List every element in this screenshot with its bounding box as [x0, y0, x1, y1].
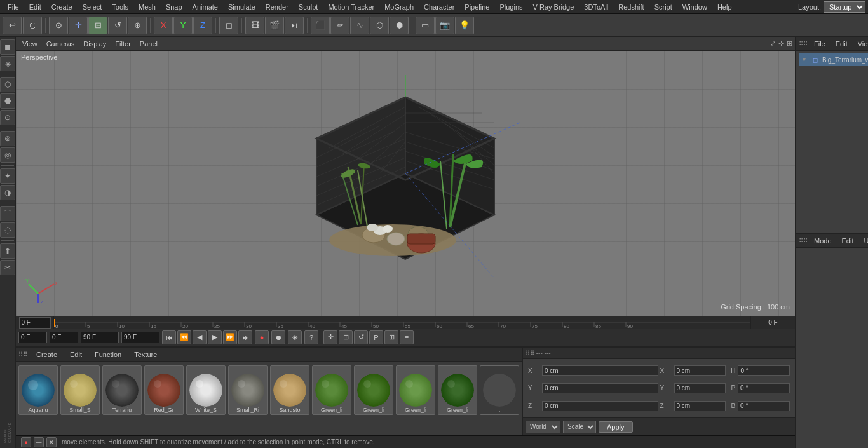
object-mode-button[interactable]: ◻: [219, 17, 238, 34]
model-mode-button[interactable]: ◼: [0, 39, 15, 55]
viewport-panel-menu[interactable]: Panel: [136, 39, 161, 49]
auto-record-button[interactable]: ⏺: [271, 330, 285, 344]
z-size-input[interactable]: [674, 401, 726, 411]
scale-button[interactable]: ⊞: [88, 17, 107, 34]
start-frame-input2[interactable]: [50, 332, 78, 343]
undo-button[interactable]: ↩: [3, 17, 22, 34]
material-small-sand[interactable]: Small_S: [60, 365, 100, 415]
menu-animate[interactable]: Animate: [187, 2, 223, 12]
start-frame-input[interactable]: [18, 332, 47, 343]
snap-button[interactable]: ✦: [0, 168, 15, 184]
edge-mode-button[interactable]: ⬣: [0, 93, 15, 109]
polygon-mode-button[interactable]: ⬡: [0, 77, 15, 92]
grid-mode-btn[interactable]: ⊞: [384, 330, 398, 344]
material-terrarium[interactable]: Terrariu: [102, 365, 142, 415]
scale-mode-btn[interactable]: ⊞: [339, 330, 353, 344]
apply-button[interactable]: Apply: [599, 421, 633, 433]
b-input[interactable]: [738, 401, 790, 411]
warp-button[interactable]: ◑: [0, 185, 15, 200]
menu-mograph[interactable]: MoGraph: [379, 2, 419, 12]
x-position-input[interactable]: [542, 365, 658, 376]
material-green4[interactable]: Green_li: [438, 365, 477, 415]
axis-z-button[interactable]: Z: [193, 17, 212, 34]
mat-create-menu[interactable]: Create: [32, 350, 61, 360]
mesh-mode-button[interactable]: ◈: [0, 56, 15, 71]
rotate-mode-btn[interactable]: ↺: [354, 330, 368, 344]
nurbs-button[interactable]: ⬡: [370, 17, 389, 34]
mat-function-menu[interactable]: Function: [91, 350, 125, 360]
paint-button[interactable]: ◎: [0, 147, 15, 163]
attr-edit-menu[interactable]: Edit: [838, 236, 858, 246]
end-frame-input1[interactable]: [81, 332, 119, 343]
menu-mesh[interactable]: Mesh: [133, 2, 161, 12]
twist-button[interactable]: ◌: [0, 222, 15, 238]
end-frame-input2[interactable]: [121, 332, 159, 343]
render-viewport-button[interactable]: ⏯: [285, 17, 304, 34]
menu-window[interactable]: Window: [677, 2, 712, 12]
world-select[interactable]: World Local Object: [526, 421, 560, 433]
light-button[interactable]: 💡: [455, 17, 474, 34]
menu-simulate[interactable]: Simulate: [223, 2, 261, 12]
spline-button[interactable]: ∿: [350, 17, 369, 34]
object-row-main[interactable]: ▼ ◻ Big_Terrarium_with_Plants_and_Green_…: [799, 53, 868, 66]
transform-button[interactable]: ⊕: [128, 17, 147, 34]
menu-vray[interactable]: V-Ray Bridge: [528, 2, 580, 12]
menu-snap[interactable]: Snap: [161, 2, 187, 12]
obj-edit-menu[interactable]: Edit: [832, 39, 851, 49]
menu-select[interactable]: Select: [78, 2, 107, 12]
menu-motion-tracker[interactable]: Motion Tracker: [323, 2, 379, 12]
3d-viewport[interactable]: Perspective Grid Spacing : 100 cm: [16, 51, 795, 316]
last-btn[interactable]: ≡: [400, 330, 414, 344]
goto-end-button[interactable]: ⏭: [238, 330, 252, 344]
live-selection-button[interactable]: ⊙: [49, 17, 68, 34]
scale-select[interactable]: Scale: [563, 421, 596, 433]
attr-userdata-menu[interactable]: User Data: [860, 236, 869, 246]
mat-texture-menu[interactable]: Texture: [130, 350, 161, 360]
bend-button[interactable]: ⌒: [0, 206, 15, 221]
layout-select[interactable]: Startup: [824, 1, 865, 13]
minimize-btn[interactable]: —: [34, 437, 44, 447]
menu-character[interactable]: Character: [419, 2, 459, 12]
viewport-display-menu[interactable]: Display: [79, 39, 110, 49]
point-mode-button[interactable]: ⊙: [0, 110, 15, 125]
deformer-button[interactable]: ⬢: [390, 17, 409, 34]
keyframe-button[interactable]: ◈: [288, 330, 302, 344]
goto-start-button[interactable]: ⏮: [162, 330, 176, 344]
material-white[interactable]: White_S: [186, 365, 226, 415]
material-red-ground[interactable]: Red_Gr: [144, 365, 184, 415]
menu-tools[interactable]: Tools: [107, 2, 133, 12]
play-forward-button[interactable]: ▶: [208, 330, 222, 344]
rotate-button[interactable]: ↺: [108, 17, 127, 34]
floor-button[interactable]: ▭: [416, 17, 435, 34]
material-green1[interactable]: Green_li: [312, 365, 351, 415]
material-aquarium[interactable]: Aquariu: [18, 365, 58, 415]
menu-script[interactable]: Script: [649, 2, 677, 12]
menu-edit[interactable]: Edit: [24, 2, 46, 12]
mat-edit-menu[interactable]: Edit: [66, 350, 86, 360]
viewport-filter-menu[interactable]: Filter: [111, 39, 134, 49]
material-extra1[interactable]: ...: [480, 365, 519, 415]
knife-button[interactable]: ✂: [0, 260, 15, 275]
z-position-input[interactable]: [542, 401, 658, 411]
step-back-button[interactable]: ⏪: [177, 330, 191, 344]
close-btn[interactable]: ✕: [46, 437, 57, 447]
current-frame-input[interactable]: [19, 317, 51, 329]
obj-file-menu[interactable]: File: [810, 39, 829, 49]
move-button[interactable]: ✛: [69, 17, 88, 34]
menu-3dtoall[interactable]: 3DToAll: [579, 2, 613, 12]
record-button[interactable]: ●: [255, 330, 269, 344]
material-sandstone[interactable]: Sandsto: [270, 365, 309, 415]
obj-view-menu[interactable]: View: [854, 39, 868, 49]
render-region-button[interactable]: 🎞: [245, 17, 264, 34]
viewport-cameras-menu[interactable]: Cameras: [43, 39, 79, 49]
y-size-input[interactable]: [674, 383, 726, 393]
viewport-view-menu[interactable]: View: [18, 39, 41, 49]
redo-button[interactable]: ⭮: [23, 17, 42, 34]
render-picture-viewer-button[interactable]: 🎬: [265, 17, 284, 34]
menu-create[interactable]: Create: [46, 2, 78, 12]
step-forward-button[interactable]: ⏩: [223, 330, 237, 344]
play-reverse-button[interactable]: ◀: [193, 330, 207, 344]
material-green3[interactable]: Green_li: [396, 365, 435, 415]
y-position-input[interactable]: [542, 383, 658, 393]
menu-render[interactable]: Render: [261, 2, 294, 12]
